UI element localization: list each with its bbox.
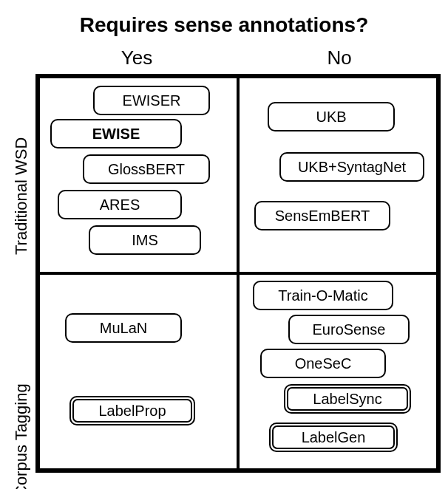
box-mulan: MuLaN	[65, 313, 182, 343]
box-label: LabelProp	[98, 403, 166, 420]
box-label: UKB+SyntagNet	[298, 159, 406, 176]
box-label: EWISE	[92, 126, 140, 143]
box-label: Train-O-Matic	[278, 287, 367, 304]
diagram-wrap: Traditional WSD Corpus Tagging Yes No EW…	[7, 41, 441, 489]
box-labelprop: LabelProp	[69, 396, 195, 425]
col-header-yes: Yes	[35, 47, 238, 69]
box-sensembert: SensEmBERT	[254, 201, 390, 230]
box-ukb: UKB	[268, 102, 395, 131]
box-labelsync: LabelSync	[284, 384, 411, 414]
box-ewise: EWISE	[50, 119, 182, 148]
cell-traditional-no: UKBUKB+SyntagNetSensEmBERT	[238, 77, 438, 273]
box-ims: IMS	[89, 225, 201, 255]
row-labels: Traditional WSD Corpus Tagging	[7, 74, 35, 489]
row-label-traditional-wsd: Traditional WSD	[7, 74, 35, 318]
col-header-no: No	[238, 47, 441, 69]
box-label: UKB	[316, 109, 346, 126]
box-ukb-syntagnet: UKB+SyntagNet	[279, 152, 424, 182]
quadrant-grid: EWISEREWISEGlossBERTARESIMS UKBUKB+Synta…	[35, 74, 441, 473]
box-label: LabelSync	[313, 391, 381, 408]
box-label: SensEmBERT	[275, 208, 370, 225]
box-eurosense: EuroSense	[288, 315, 410, 344]
box-label: EuroSense	[313, 321, 386, 338]
box-trainomatic: Train-O-Matic	[253, 281, 393, 310]
box-label: LabelGen	[302, 429, 366, 446]
box-label: OneSeC	[295, 355, 352, 372]
grid-right: Yes No EWISEREWISEGlossBERTARESIMS UKBUK…	[35, 41, 441, 489]
box-ewiser: EWISER	[93, 86, 210, 115]
box-onesec: OneSeC	[260, 349, 386, 378]
cell-traditional-yes: EWISEREWISEGlossBERTARESIMS	[38, 77, 238, 273]
cell-corpus-yes: MuLaNLabelProp	[38, 273, 238, 470]
row-label-corpus-tagging: Corpus Tagging	[7, 318, 35, 489]
box-label: MuLaN	[100, 320, 147, 337]
box-label: EWISER	[123, 92, 181, 109]
cell-corpus-no: Train-O-MaticEuroSenseOneSeCLabelSyncLab…	[238, 273, 438, 470]
box-label: ARES	[100, 196, 140, 213]
box-label: GlossBERT	[108, 161, 185, 178]
diagram-title: Requires sense annotations?	[7, 13, 441, 37]
box-label: IMS	[132, 232, 158, 249]
box-labelgen: LabelGen	[269, 423, 398, 452]
box-glossbert: GlossBERT	[83, 154, 210, 184]
box-ares: ARES	[58, 190, 182, 219]
column-headers: Yes No	[35, 41, 441, 74]
